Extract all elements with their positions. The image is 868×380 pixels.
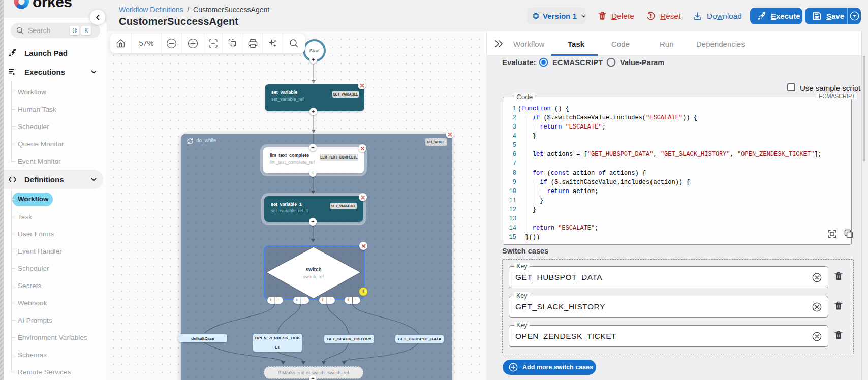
svg-text:orkes: orkes: [33, 0, 72, 10]
svg-text:switch_ref: switch_ref: [303, 274, 324, 279]
svg-text:switch: switch: [305, 267, 321, 272]
